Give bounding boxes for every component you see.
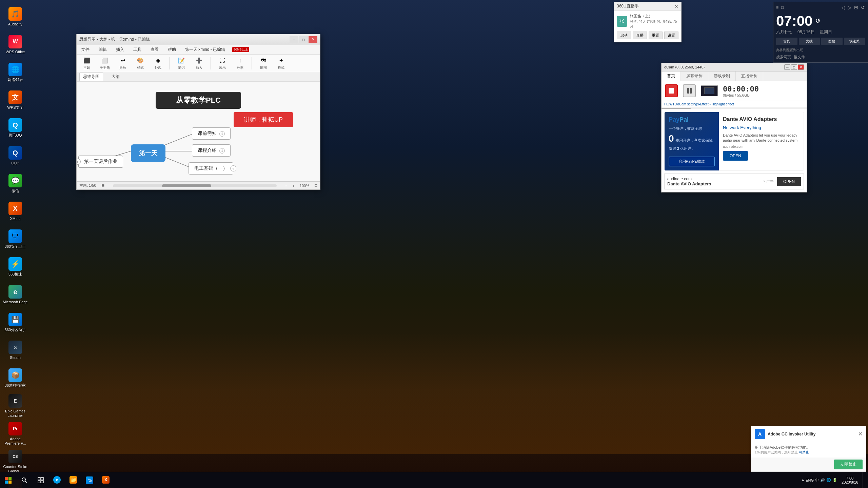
mindmap-central-node[interactable]: 第一天 xyxy=(131,144,165,162)
ocam-scrollbar[interactable] xyxy=(662,108,807,109)
toolbar-insert[interactable]: ➕ 插入 xyxy=(192,56,206,71)
clock-btn-right4[interactable]: ↺ xyxy=(861,5,865,10)
ad-open-button[interactable]: OPEN xyxy=(777,177,801,186)
clock-action-home[interactable]: 首页 xyxy=(776,38,797,45)
mindmap-left-node[interactable]: ○ 第一天课后作业 xyxy=(78,156,123,168)
adobe-cta-button[interactable]: 立即禁止 xyxy=(834,460,863,469)
toolbar-style2[interactable]: ✦ 样式 xyxy=(274,56,289,71)
desktop-icon-counter[interactable]: CS Counter-Strike Global... xyxy=(2,448,29,475)
toolbar-mindmap[interactable]: 🗺 脑图 xyxy=(256,56,271,71)
desktop-icon-audacity[interactable]: 🎵 Audacity xyxy=(2,3,29,30)
ocam-maximize-button[interactable]: □ xyxy=(791,64,797,70)
toolbar-undo[interactable]: ↩ 撤放 xyxy=(115,56,130,71)
ad-close-button[interactable]: × 广告 xyxy=(763,179,774,184)
tray-expand[interactable]: ∧ xyxy=(802,478,804,482)
widget-btn-reset[interactable]: 重置 xyxy=(649,32,663,39)
desktop-icon-360soft[interactable]: 📦 360软件管家 xyxy=(2,365,29,392)
widget-btn-settings[interactable]: 设置 xyxy=(664,32,678,39)
paypal-cta-button[interactable]: 启用PayPal收款 xyxy=(669,157,715,166)
zoom-minus[interactable]: − xyxy=(285,184,287,188)
toolbar-sub-topic[interactable]: ⬜ 子主题 xyxy=(97,56,113,71)
widget-btn-launch[interactable]: 启动 xyxy=(617,32,631,39)
taskbar-search-button[interactable] xyxy=(16,472,33,488)
clock-action-textsearch[interactable]: 文搜 xyxy=(799,38,820,45)
desktop-icon-360quick[interactable]: ⚡ 360极速 xyxy=(2,253,29,281)
clock-action-quickclose[interactable]: 快速关 xyxy=(844,38,865,45)
clock-btn-right3[interactable]: ⊞ xyxy=(854,5,858,10)
mindmap-close-button[interactable]: ✕ xyxy=(309,36,317,43)
taskbar-explorer-icon[interactable]: 📁 xyxy=(65,472,81,488)
toolbar-note[interactable]: 📝 笔记 xyxy=(174,56,189,71)
tab-mindmap[interactable]: 思维导图 xyxy=(79,73,103,81)
mindmap-title-node[interactable]: 从零教学PLC xyxy=(156,92,241,109)
tray-icon-kb[interactable]: 中 xyxy=(815,477,819,483)
ocam-tab-screen[interactable]: 屏幕录制 xyxy=(681,72,708,81)
desktop-icon-epicgames[interactable]: E Epic Games Launcher xyxy=(2,392,29,420)
tray-icon-network[interactable]: 🌐 xyxy=(826,478,831,482)
zoom-plus[interactable]: + xyxy=(292,184,294,188)
tray-icon-battery[interactable]: 🔋 xyxy=(832,478,837,482)
clock-search-web[interactable]: 搜索网页 xyxy=(776,55,791,60)
toolbar-appearance[interactable]: ◈ 外观 xyxy=(151,56,165,71)
desktop-icon-adobe[interactable]: Pr Adobe Premiere P... xyxy=(2,420,29,447)
ocam-tab-game[interactable]: 游戏录制 xyxy=(708,72,736,81)
menu-help[interactable]: 帮助 xyxy=(166,46,178,53)
node-expand-icon-left[interactable]: ○ xyxy=(77,159,81,165)
desktop-icon-360part[interactable]: 💾 360分区助手 xyxy=(2,309,29,336)
taskbar-store-icon[interactable]: 🛍 xyxy=(81,472,98,488)
clock-extra-action[interactable]: 办将到配置到出现 xyxy=(776,48,865,53)
desktop-icon-wps2[interactable]: 文 WPS文字 xyxy=(2,87,29,114)
taskbar-taskview-button[interactable] xyxy=(33,472,49,488)
widget-btn-live[interactable]: 直播 xyxy=(633,32,647,39)
widget-360u-close[interactable]: ✕ xyxy=(674,4,678,9)
desktop-icon-xmind[interactable]: X XMind xyxy=(2,198,29,225)
clock-search-file[interactable]: 搜文件 xyxy=(794,55,805,60)
menu-insert[interactable]: 插入 xyxy=(114,46,126,53)
desktop-icon-qq2[interactable]: Q QQ2 xyxy=(2,142,29,169)
dante-ad-open-button[interactable]: OPEN xyxy=(723,151,748,161)
toolbar-share[interactable]: ↑ 分享 xyxy=(233,56,248,71)
tab-outline[interactable]: 大纲 xyxy=(108,73,123,81)
desktop-icon-edge[interactable]: e Microsoft Edge xyxy=(2,281,29,308)
desktop-icon-360safe[interactable]: 🛡 360安全卫士 xyxy=(2,226,29,253)
desktop-icon-network[interactable]: 🌐 网络邻居 xyxy=(2,59,29,86)
menu-file[interactable]: 文件 xyxy=(79,46,92,53)
clock-action-imgsearch[interactable]: 图搜 xyxy=(821,38,843,45)
node-expand-icon-2[interactable]: ○ xyxy=(230,165,236,171)
mindmap-child-node-0[interactable]: 课前需知 ℹ xyxy=(192,127,231,140)
clock-btn-left1[interactable]: ≡ xyxy=(776,5,778,10)
clock-btn-right2[interactable]: ▷ xyxy=(848,5,851,10)
desktop-icon-steam[interactable]: S Steam xyxy=(2,337,29,364)
taskbar-xmind-icon[interactable]: X xyxy=(98,472,114,488)
mindmap-titlebar[interactable]: 思维导图 - 大纲 - 第一天xmind - 已编辑 ─ □ ✕ xyxy=(77,34,320,45)
ocam-close-button[interactable]: ✕ xyxy=(798,64,804,70)
menu-view[interactable]: 查看 xyxy=(149,46,161,53)
adobe-notif-close[interactable]: ✕ xyxy=(858,431,863,437)
mindmap-child-node-1[interactable]: 课程介绍 ℹ xyxy=(192,144,231,157)
taskbar-clock[interactable]: 7:00 2020/8/16 xyxy=(839,476,861,484)
desktop-icon-wechat[interactable]: 💬 微信 xyxy=(2,170,29,197)
ocam-howto-link[interactable]: HOWTOoCam settings-Effect - Highlight ef… xyxy=(664,102,734,106)
taskbar-start-button[interactable] xyxy=(0,472,16,488)
ocam-tab-home[interactable]: 首页 xyxy=(662,72,681,81)
menu-tools[interactable]: 工具 xyxy=(131,46,143,53)
taskbar-edge-icon[interactable]: e xyxy=(49,472,65,488)
tray-icon-lang[interactable]: ENG xyxy=(806,478,814,482)
desktop-icon-qq[interactable]: Q 腾讯QQ xyxy=(2,115,29,142)
ocam-minimize-button[interactable]: ─ xyxy=(784,64,790,70)
zoom-expand[interactable]: ⊡ xyxy=(314,183,317,188)
mindmap-minimize-button[interactable]: ─ xyxy=(290,36,298,43)
toolbar-present[interactable]: ⛶ 展示 xyxy=(215,56,230,71)
tray-icon-volume[interactable]: 🔊 xyxy=(820,478,825,482)
ocam-record-button[interactable] xyxy=(665,84,678,97)
desktop-icon-wpsoffice[interactable]: W WPS Office xyxy=(2,31,29,58)
toolbar-main-topic[interactable]: ⬛ 主题 xyxy=(79,56,94,71)
menu-edit[interactable]: 编辑 xyxy=(97,46,109,53)
clock-refresh-icon[interactable]: ↺ xyxy=(815,17,820,25)
statusbar-scrollbar[interactable] xyxy=(113,184,277,187)
mindmap-presenter-node[interactable]: 讲师：耕耘UP xyxy=(234,112,293,127)
clock-btn-left2[interactable]: □ xyxy=(781,5,784,10)
toolbar-style[interactable]: 🎨 样式 xyxy=(133,56,148,71)
clock-btn-right1[interactable]: ◁ xyxy=(841,5,845,10)
ocam-tab-live[interactable]: 直播录制 xyxy=(736,72,763,81)
